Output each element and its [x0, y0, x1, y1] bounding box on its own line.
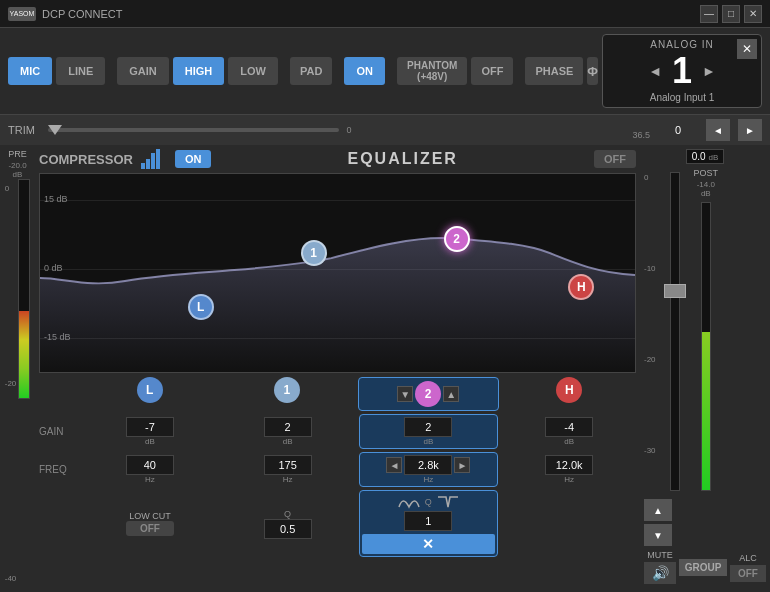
bell-filter-icon[interactable] — [397, 493, 421, 511]
pre-meter-fill — [19, 311, 29, 398]
row-label-spacer — [39, 377, 79, 411]
mute-button[interactable]: 🔊 — [644, 562, 676, 584]
band-1-freq-value[interactable]: 175 — [264, 455, 312, 475]
band-2-freq-arrows: ◄ 2.8k ► — [386, 455, 470, 475]
band-L-col: L — [83, 377, 216, 411]
post-meter-col: POST -14.0 dB — [694, 168, 719, 495]
bottom-right: MUTE 🔊 GROUP ALC OFF — [644, 546, 766, 588]
band-2-col: ▼ 2 ▲ — [358, 377, 499, 411]
line-tab[interactable]: LINE — [56, 57, 105, 85]
band-2-q-value[interactable]: 1 — [404, 511, 452, 531]
analog-next-button[interactable]: ► — [700, 61, 718, 81]
band-1-col: 1 — [220, 377, 353, 411]
maximize-button[interactable]: □ — [722, 5, 740, 23]
band-H-gain-value[interactable]: -4 — [545, 417, 593, 437]
main-content: MIC LINE GAIN HIGH LOW PAD ON PHANTOM (+… — [0, 28, 770, 592]
trim-row: TRIM 0 36.5 0 ◄ ► — [0, 114, 770, 145]
trim-thumb[interactable] — [48, 125, 62, 135]
eq-node-2[interactable]: 2 — [444, 226, 470, 252]
minimize-button[interactable]: — — [700, 5, 718, 23]
fader-arrows: ▲ ▼ — [644, 499, 766, 546]
band-L-gain-value[interactable]: -7 — [126, 417, 174, 437]
comp-bar-1 — [141, 163, 145, 169]
top-bar: MIC LINE GAIN HIGH LOW PAD ON PHANTOM (+… — [0, 28, 770, 114]
fader-down-button[interactable]: ▼ — [644, 524, 672, 546]
band-1-gain: 2 dB — [221, 417, 355, 446]
scale-30: -30 — [644, 446, 656, 455]
band-H-header: H — [556, 377, 582, 403]
band-1-q-value[interactable]: 0.5 — [264, 519, 312, 539]
phase-tab[interactable]: PHASE — [525, 57, 583, 85]
band-2-freq-value[interactable]: 2.8k — [404, 455, 452, 475]
title-bar-left: YASOM DCP CONNECT — [8, 7, 122, 21]
gain-tab[interactable]: GAIN — [117, 57, 169, 85]
eq-node-L[interactable]: L — [188, 294, 214, 320]
equalizer-off-button[interactable]: OFF — [594, 150, 636, 168]
mic-tab[interactable]: MIC — [8, 57, 52, 85]
comp-bar-4 — [156, 149, 160, 169]
band-2-freq: ◄ 2.8k ► Hz — [359, 452, 499, 487]
right-panel: 0.0 dB 0 -10 -20 -30 — [640, 145, 770, 592]
group-button[interactable]: GROUP — [679, 559, 728, 576]
low-cut-label: LOW CUT — [129, 511, 171, 521]
compressor-on-button[interactable]: ON — [175, 150, 212, 168]
band-2-gain-unit: dB — [423, 437, 433, 446]
fader-thumb[interactable] — [664, 284, 686, 298]
trim-right-button[interactable]: ► — [738, 119, 762, 141]
trim-slider[interactable] — [48, 128, 339, 132]
band-2-freq-down[interactable]: ◄ — [386, 457, 402, 473]
fader-value-box: 0.0 dB — [686, 149, 724, 164]
phantom-tab[interactable]: PHANTOM (+48V) — [397, 57, 467, 85]
filter-icons-row: Q — [397, 493, 460, 511]
analog-close-button[interactable]: ✕ — [737, 39, 757, 59]
alc-section: ALC OFF — [730, 553, 766, 582]
eq-node-1[interactable]: 1 — [301, 240, 327, 266]
analog-in-label: Analog Input 1 — [611, 92, 753, 103]
band-L-gain-unit: dB — [145, 437, 155, 446]
trim-label: TRIM — [8, 124, 40, 136]
trim-slider-wrap[interactable] — [48, 121, 339, 139]
phantom-off-tab[interactable]: OFF — [471, 57, 513, 85]
comp-section: COMPRESSOR ON — [39, 149, 211, 169]
low-tab[interactable]: LOW — [228, 57, 278, 85]
analog-prev-button[interactable]: ◄ — [646, 61, 664, 81]
fader-value-display: 0.0 dB — [644, 149, 766, 164]
band-L-header: L — [137, 377, 163, 403]
band-H-freq-value[interactable]: 12.0k — [545, 455, 593, 475]
band-L-freq: 40 Hz — [83, 455, 217, 484]
eq-curve-svg — [40, 174, 635, 372]
fader-track-col — [660, 168, 690, 495]
band-1-gain-value[interactable]: 2 — [264, 417, 312, 437]
band-2-filter: Q 1 ✕ — [359, 490, 499, 557]
band-2-freq-up[interactable]: ► — [454, 457, 470, 473]
close-button[interactable]: ✕ — [744, 5, 762, 23]
phase-symbol-btn[interactable]: Φ — [587, 57, 598, 85]
alc-off-button[interactable]: OFF — [730, 565, 766, 582]
band-L-gain: -7 dB — [83, 417, 217, 446]
band-1-freq-unit: Hz — [283, 475, 293, 484]
band-H-col: H — [503, 377, 636, 411]
band-2-header-row: ▼ 2 ▲ — [397, 381, 459, 407]
notch-filter-icon[interactable] — [436, 493, 460, 511]
low-cut-button[interactable]: OFF — [126, 521, 174, 536]
band-L-freq-value[interactable]: 40 — [126, 455, 174, 475]
band-2-gain-value[interactable]: 2 — [404, 417, 452, 437]
eq-node-H[interactable]: H — [568, 274, 594, 300]
band-2-close-button[interactable]: ✕ — [362, 534, 496, 554]
band-2-gain-up[interactable]: ▲ — [443, 386, 459, 402]
gain-row-label: GAIN — [39, 426, 79, 437]
on-tab[interactable]: ON — [344, 57, 385, 85]
freq-row-label: FREQ — [39, 464, 79, 475]
analog-in-title: ANALOG IN — [611, 39, 753, 50]
eq-band-header-row: L 1 ▼ 2 ▲ — [39, 377, 636, 411]
pad-tab[interactable]: PAD — [290, 57, 332, 85]
fader-up-button[interactable]: ▲ — [644, 499, 672, 521]
band-1-q: Q 0.5 — [221, 509, 355, 539]
high-tab[interactable]: HIGH — [173, 57, 225, 85]
fader-track[interactable] — [670, 172, 680, 491]
band-1-gain-unit: dB — [283, 437, 293, 446]
band-1-freq: 175 Hz — [221, 455, 355, 484]
trim-left-button[interactable]: ◄ — [706, 119, 730, 141]
band-2-gain-down[interactable]: ▼ — [397, 386, 413, 402]
band-H-freq-unit: Hz — [564, 475, 574, 484]
